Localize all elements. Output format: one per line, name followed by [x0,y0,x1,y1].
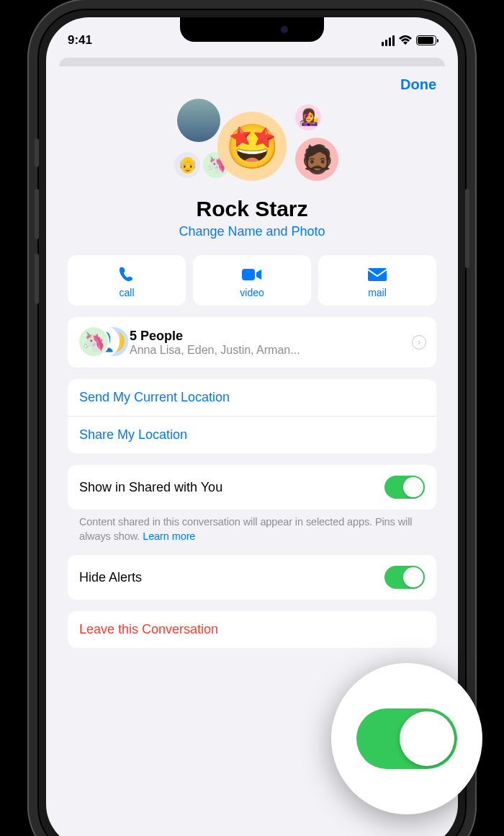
send-current-location-label: Send My Current Location [79,390,230,405]
svg-rect-1 [368,268,387,281]
send-current-location-button[interactable]: Send My Current Location [68,379,436,417]
shared-footer-text: Content shared in this conversation will… [79,516,412,542]
group-avatar-cluster: 👴 🦄 🤩 👩‍🎤 🧔🏾 [68,99,436,192]
mute-switch [35,138,39,167]
volume-down-button [35,254,39,304]
status-time: 9:41 [68,33,92,48]
cellular-signal-icon [382,35,395,46]
hide-alerts-row: Hide Alerts [68,555,436,600]
location-card: Send My Current Location Share My Locati… [68,379,436,453]
people-names: Anna Lisa, Eden, Justin, Arman... [130,344,412,357]
call-button[interactable]: call [68,255,186,306]
share-location-button[interactable]: Share My Location [68,417,436,453]
show-in-shared-label: Show in Shared with You [79,480,222,495]
hide-alerts-card: Hide Alerts [68,555,436,600]
show-in-shared-row: Show in Shared with You [68,465,436,510]
sheet-behind-indicator [59,58,445,66]
mail-icon [318,264,436,285]
mail-button[interactable]: mail [318,255,436,306]
member-avatar [177,99,220,142]
learn-more-link[interactable]: Learn more [143,530,195,542]
magnified-toggle [356,708,457,769]
share-location-label: Share My Location [79,427,187,443]
power-button [465,189,469,268]
shared-with-you-card: Show in Shared with You [68,465,436,510]
wifi-icon [399,35,412,45]
magnified-callout [331,663,482,814]
show-in-shared-toggle[interactable] [384,476,425,499]
change-name-photo-link[interactable]: Change Name and Photo [68,224,436,239]
member-avatar-small: 🦄 [78,326,109,357]
chevron-right-icon: › [412,335,426,350]
leave-conversation-label: Leave this Conversation [79,622,218,637]
action-buttons-row: call video mail [68,255,436,306]
people-avatar-stack: 🌙 👤 🦄 [78,326,122,359]
video-button[interactable]: video [193,255,311,306]
mail-label: mail [318,287,436,298]
group-name: Rock Starz [68,197,436,221]
people-row[interactable]: 🌙 👤 🦄 5 People Anna Lisa, Eden, Justin, … [68,317,436,368]
people-card: 🌙 👤 🦄 5 People Anna Lisa, Eden, Justin, … [68,317,436,368]
member-avatar: 👩‍🎤 [295,104,321,130]
hide-alerts-label: Hide Alerts [79,570,142,585]
video-icon [193,264,311,285]
video-label: video [193,287,311,298]
battery-icon [416,35,436,45]
member-avatar: 👴 [174,152,200,178]
hide-alerts-toggle[interactable] [384,566,425,589]
call-label: call [68,287,186,298]
svg-rect-0 [242,269,255,280]
shared-footer-note: Content shared in this conversation will… [68,510,436,543]
group-avatar: 🤩 [217,112,287,181]
phone-icon [68,264,186,285]
leave-conversation-button[interactable]: Leave this Conversation [68,611,436,648]
member-avatar: 🧔🏾 [295,138,338,181]
status-indicators [382,35,436,46]
people-count: 5 People [130,329,412,344]
notch [180,17,324,42]
volume-up-button [35,189,39,239]
leave-card: Leave this Conversation [68,611,436,648]
done-button[interactable]: Done [400,76,436,93]
